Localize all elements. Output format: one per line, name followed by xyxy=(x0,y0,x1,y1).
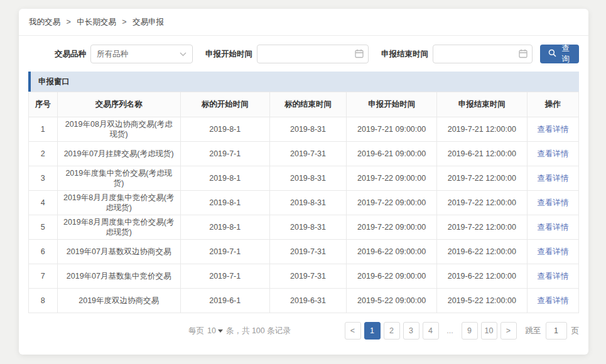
actions-cell: 查看详情 xyxy=(527,215,578,240)
prev-page-button[interactable]: < xyxy=(345,322,361,340)
page-ellipsis: ... xyxy=(442,322,458,340)
target-end-cell: 2019-7-31 xyxy=(269,142,347,166)
declare-start-cell: 2019-7-21 09:00:00 xyxy=(347,117,437,142)
variety-select[interactable]: 所有品种 xyxy=(90,45,193,63)
header-sequence-name: 交易序列名称 xyxy=(57,92,180,117)
search-button[interactable]: 查询 xyxy=(540,45,579,63)
header-declare-start: 申报开始时间 xyxy=(347,92,437,117)
declare-end-cell: 2019-6-22 12:00:00 xyxy=(436,240,527,264)
header-target-end: 标的结束时间 xyxy=(269,92,347,117)
declare-end-cell: 2019-7-22 12:00:00 xyxy=(436,215,527,240)
declare-end-cell: 2019-7-21 12:00:00 xyxy=(436,117,527,142)
target-start-cell: 2019-8-1 xyxy=(180,166,269,191)
page-button-2[interactable]: 2 xyxy=(384,322,400,340)
main-panel: 我的交易 > 中长期交易 > 交易申报 交易品种 所有品种 申报开始时间 xyxy=(19,9,588,355)
target-end-cell: 2019-8-31 xyxy=(269,166,347,191)
declare-start-cell: 2019-6-22 09:00:00 xyxy=(347,264,437,289)
sequence-name-cell: 2019年8月周度集中竞价交易(考虑现货) xyxy=(57,215,180,240)
header-actions: 操作 xyxy=(527,92,578,117)
declare-end-cell: 2019-7-22 12:00:00 xyxy=(436,166,527,191)
view-details-link[interactable]: 查看详情 xyxy=(537,125,568,134)
table-row: 2 2019年07月挂牌交易(考虑现货) 2019-7-1 2019-7-31 … xyxy=(29,142,579,166)
target-start-cell: 2019-7-1 xyxy=(180,240,269,264)
declare-end-label: 申报结束时间 xyxy=(381,49,428,60)
target-start-cell: 2019-8-1 xyxy=(180,191,269,215)
variety-select-value: 所有品种 xyxy=(97,49,128,60)
page-button-3[interactable]: 3 xyxy=(403,322,419,340)
table-row: 3 2019年度集中竞价交易(考虑现货) 2019-8-1 2019-8-31 … xyxy=(29,166,579,191)
header-target-start: 标的开始时间 xyxy=(180,92,269,117)
declare-end-cell: 2019-6-21 12:00:00 xyxy=(436,142,527,166)
page-button-4[interactable]: 4 xyxy=(423,322,439,340)
row-index: 2 xyxy=(29,142,58,166)
declare-start-cell: 2019-7-22 09:00:00 xyxy=(347,166,437,191)
table-header-row: 序号 交易序列名称 标的开始时间 标的结束时间 申报开始时间 申报结束时间 操作 xyxy=(29,92,579,117)
view-details-link[interactable]: 查看详情 xyxy=(537,272,568,281)
table-row: 5 2019年8月周度集中竞价交易(考虑现货) 2019-8-1 2019-8-… xyxy=(29,215,579,240)
table-row: 6 2019年07月基数双边协商交易 2019-7-1 2019-7-31 20… xyxy=(29,240,579,264)
target-end-cell: 2019-7-31 xyxy=(269,264,347,289)
jump-label: 跳至 xyxy=(526,326,541,336)
table-row: 8 2019年度双边协商交易 2019-6-1 2019-6-31 2019-5… xyxy=(29,289,579,313)
declare-start-input[interactable] xyxy=(257,45,369,63)
breadcrumb-item-my-trades[interactable]: 我的交易 xyxy=(29,18,60,26)
target-start-cell: 2019-8-1 xyxy=(180,117,269,142)
sequence-name-cell: 2019年度双边协商交易 xyxy=(57,289,180,313)
per-page-value: 10 xyxy=(207,326,216,335)
row-index: 7 xyxy=(29,264,58,289)
declare-start-cell: 2019-7-22 09:00:00 xyxy=(347,215,437,240)
target-start-cell: 2019-8-1 xyxy=(180,215,269,240)
actions-cell: 查看详情 xyxy=(527,142,578,166)
declare-end-input[interactable] xyxy=(433,45,533,63)
row-index: 5 xyxy=(29,215,58,240)
next-page-button[interactable]: > xyxy=(500,322,517,340)
pagination: < 1234...910 > 跳至 页 xyxy=(342,322,580,340)
declare-start-cell: 2019-5-22 09:00:00 xyxy=(347,289,437,313)
sequence-name-cell: 2019年07月基数双边协商交易 xyxy=(57,240,180,264)
variety-label: 交易品种 xyxy=(55,49,86,60)
declare-end-cell: 2019-6-22 12:00:00 xyxy=(436,264,527,289)
breadcrumb-item-mid-long-term[interactable]: 中长期交易 xyxy=(77,18,116,26)
view-details-link[interactable]: 查看详情 xyxy=(537,247,568,256)
view-details-link[interactable]: 查看详情 xyxy=(537,174,568,183)
actions-cell: 查看详情 xyxy=(527,264,578,289)
view-details-link[interactable]: 查看详情 xyxy=(537,223,568,232)
row-index: 3 xyxy=(29,166,58,191)
jump-suffix: 页 xyxy=(571,326,580,336)
actions-cell: 查看详情 xyxy=(527,166,578,191)
row-index: 6 xyxy=(29,240,58,264)
target-start-cell: 2019-7-1 xyxy=(180,142,269,166)
breadcrumb: 我的交易 > 中长期交易 > 交易申报 xyxy=(19,9,588,36)
chevron-down-icon xyxy=(180,50,187,58)
jump-to-page: 跳至 页 xyxy=(526,322,580,340)
table-row: 4 2019年8月月度集中竞价交易(考虑现货) 2019-8-1 2019-8-… xyxy=(29,191,579,215)
header-index: 序号 xyxy=(29,92,58,117)
view-details-link[interactable]: 查看详情 xyxy=(537,296,568,305)
breadcrumb-separator: > xyxy=(66,18,70,26)
target-end-cell: 2019-6-31 xyxy=(269,289,347,313)
table-row: 7 2019年07月基数集中竞价交易 2019-7-1 2019-7-31 20… xyxy=(29,264,579,289)
view-details-link[interactable]: 查看详情 xyxy=(537,198,568,207)
calendar-icon[interactable] xyxy=(355,49,364,60)
breadcrumb-item-trade-declaration: 交易申报 xyxy=(133,18,164,26)
header-declare-end: 申报结束时间 xyxy=(436,92,527,117)
breadcrumb-separator: > xyxy=(122,18,126,26)
per-page-suffix: 条，共 100 条记录 xyxy=(226,326,291,336)
sequence-name-cell: 2019年07月挂牌交易(考虑现货) xyxy=(57,142,180,166)
declare-end-cell: 2019-7-22 12:00:00 xyxy=(436,191,527,215)
filter-bar: 交易品种 所有品种 申报开始时间 申报结束时间 xyxy=(19,36,588,72)
declare-start-label: 申报开始时间 xyxy=(205,49,252,60)
page-button-10[interactable]: 10 xyxy=(481,322,497,340)
table-footer: 每页 10 条，共 100 条记录 < 1234...910 > 跳至 页 xyxy=(19,313,588,340)
actions-cell: 查看详情 xyxy=(527,117,578,142)
row-index: 1 xyxy=(29,117,58,142)
sequence-name-cell: 2019年度集中竞价交易(考虑现货) xyxy=(57,166,180,191)
calendar-icon[interactable] xyxy=(519,49,528,60)
view-details-link[interactable]: 查看详情 xyxy=(537,149,568,158)
page-button-9[interactable]: 9 xyxy=(462,322,478,340)
page-button-1[interactable]: 1 xyxy=(364,322,381,340)
row-index: 4 xyxy=(29,191,58,215)
per-page-select[interactable]: 10 xyxy=(207,326,223,335)
jump-page-input[interactable] xyxy=(546,322,567,340)
declare-start-cell: 2019-7-22 09:00:00 xyxy=(347,191,437,215)
